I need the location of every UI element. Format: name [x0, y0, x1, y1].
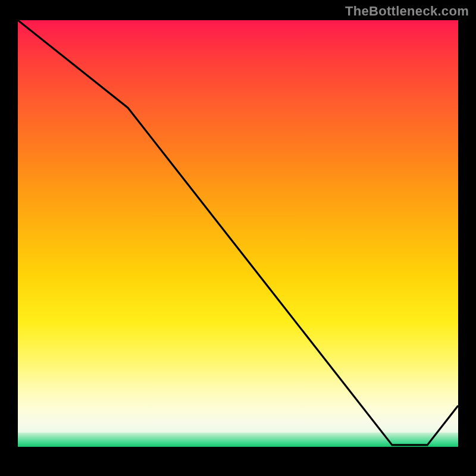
plot-frame [18, 20, 458, 458]
bottleneck-curve-path [18, 20, 458, 445]
attribution-label: TheBottleneck.com [345, 4, 469, 19]
chart-root: TheBottleneck.com [0, 0, 476, 476]
plot-area [18, 20, 458, 458]
bottleneck-curve-svg [18, 20, 458, 458]
